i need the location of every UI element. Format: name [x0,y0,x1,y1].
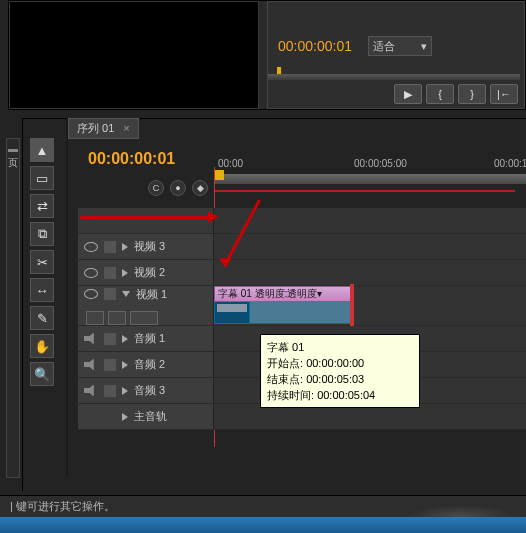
sequence-tab-label: 序列 01 [77,122,114,134]
clip-fill [249,302,351,323]
selection-tool[interactable]: ▲ [30,138,54,162]
spacer-content [214,208,526,233]
timeline-timecode[interactable]: 00:00:00:01 [88,150,175,168]
clip-tooltip: 字幕 01 开始点: 00:00:00:00 结束点: 00:00:05:03 … [260,334,420,408]
pen-tool[interactable]: ✎ [30,306,54,330]
track-header[interactable]: 音频 2 [78,352,214,377]
play-button[interactable]: ▶ [394,84,422,104]
timeline-options: C ● ◆ [148,180,208,196]
playhead-icon[interactable] [214,170,224,180]
track-header[interactable]: 视频 2 [78,260,214,285]
expand-icon[interactable] [122,269,128,277]
clip-subtitle-01[interactable]: 字幕 01 透明度:透明度▾ [214,286,352,325]
tooltip-label: 持续时间: [267,389,314,401]
track-header[interactable]: 音频 1 [78,326,214,351]
os-taskbar[interactable] [0,517,526,533]
render-bar [215,190,515,192]
lock-icon[interactable] [104,333,116,345]
tooltip-title: 字幕 01 [267,339,413,355]
track-header[interactable]: 音频 3 [78,378,214,403]
clip-body[interactable] [214,302,352,324]
mark-out-button[interactable]: } [458,84,486,104]
rolling-edit-tool[interactable]: ⧉ [30,222,54,246]
tooltip-value: 00:00:05:03 [306,373,364,385]
tool-palette: ▲ ▭ ⇄ ⧉ ✂ ↔ ✎ ✋ 🔍 [30,138,58,390]
annotation-arrow [80,216,210,219]
monitor-scrubber[interactable] [268,74,520,80]
track-label: 音频 2 [134,357,165,372]
tooltip-value: 00:00:00:00 [306,357,364,369]
slip-tool[interactable]: ↔ [30,278,54,302]
ruler-tick: 00:00:10:0 [494,158,526,169]
lock-icon[interactable] [104,359,116,371]
track-label: 音频 3 [134,383,165,398]
lock-icon[interactable] [104,241,116,253]
panel-strip: 页 [6,138,20,478]
keyframe-button[interactable] [86,311,104,325]
mark-in-button[interactable]: { [426,84,454,104]
track-label: 音频 1 [134,331,165,346]
collapse-icon[interactable] [122,291,130,297]
expand-icon[interactable] [122,413,128,421]
keyframe-nav[interactable] [130,311,158,325]
track-header[interactable]: 视频 3 [78,234,214,259]
track-video-1: 视频 1 字幕 01 透明度:透明度▾ [78,286,526,326]
timeline-ruler[interactable]: 00:00 00:00:05:00 00:00:10:0 [214,158,526,188]
clip-label: 字幕 01 透明度:透明度▾ [214,286,352,302]
zoom-fit-label: 适合 [373,40,395,52]
close-icon[interactable]: × [123,122,129,134]
track-select-tool[interactable]: ▭ [30,166,54,190]
track-content[interactable]: 字幕 01 透明度:透明度▾ [214,286,526,325]
track-video-2: 视频 2 [78,260,526,286]
track-label: 视频 1 [136,287,167,302]
zoom-tool[interactable]: 🔍 [30,362,54,386]
monitor-timecode[interactable]: 00:00:00:01 [278,38,352,54]
spacer-row [78,208,526,234]
ruler-bar[interactable] [214,174,526,184]
snap-icon[interactable]: C [148,180,164,196]
speaker-icon[interactable] [84,385,98,397]
track-header[interactable]: 主音轨 [78,404,214,429]
transport-bar: ▶ { } |← [394,84,518,104]
expand-icon[interactable] [122,335,128,343]
expand-icon[interactable] [122,387,128,395]
razor-tool[interactable]: ✂ [30,250,54,274]
ruler-tick: 00:00:05:00 [354,158,407,169]
tooltip-row: 持续时间: 00:00:05:04 [267,387,413,403]
speaker-icon[interactable] [84,333,98,345]
strip-handle[interactable] [8,149,18,152]
lock-icon[interactable] [104,288,116,300]
zoom-fit-dropdown[interactable]: 适合 ▾ [368,36,432,56]
expand-icon[interactable] [122,243,128,251]
monitor-viewport [9,1,259,109]
settings-icon[interactable]: ◆ [192,180,208,196]
track-content[interactable] [214,234,526,259]
eye-icon[interactable] [84,242,98,252]
clip-selection-edge[interactable] [350,284,354,327]
track-header[interactable]: 视频 1 [78,286,214,325]
track-label: 视频 2 [134,265,165,280]
spacer-head [78,208,214,233]
eye-icon[interactable] [84,268,98,278]
keyframe-button[interactable] [108,311,126,325]
tooltip-label: 结束点: [267,373,303,385]
track-content[interactable] [214,260,526,285]
lock-icon[interactable] [104,385,116,397]
track-video-3: 视频 3 [78,234,526,260]
hand-tool[interactable]: ✋ [30,334,54,358]
tooltip-row: 结束点: 00:00:05:03 [267,371,413,387]
speaker-icon[interactable] [84,359,98,371]
sequence-tab[interactable]: 序列 01 × [68,118,139,139]
go-prev-button[interactable]: |← [490,84,518,104]
lock-icon[interactable] [104,267,116,279]
expand-icon[interactable] [122,361,128,369]
track-label: 主音轨 [134,409,167,424]
panel-divider[interactable] [66,118,68,478]
marker-option-icon[interactable]: ● [170,180,186,196]
eye-icon[interactable] [84,289,98,299]
status-text: | 键可进行其它操作。 [10,500,115,512]
monitor-controls: 00:00:00:01 适合 ▾ ▮ ▶ { } |← [267,1,525,109]
ripple-edit-tool[interactable]: ⇄ [30,194,54,218]
strip-label: 页 [7,156,19,170]
tooltip-row: 开始点: 00:00:00:00 [267,355,413,371]
